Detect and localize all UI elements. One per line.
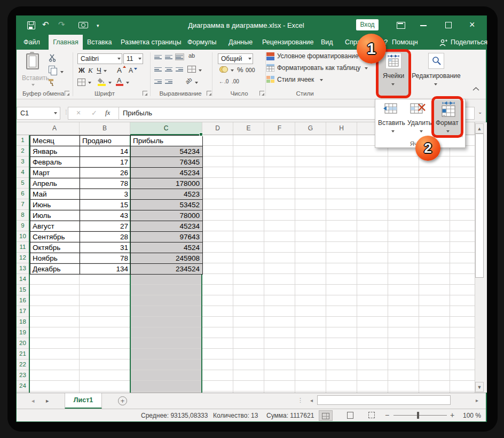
- insert-cells-icon[interactable]: [383, 103, 399, 116]
- save-icon[interactable]: [27, 21, 35, 29]
- bold-button[interactable]: Ж: [78, 66, 85, 74]
- zoom-out-icon[interactable]: −: [385, 411, 389, 419]
- tab-view[interactable]: Вид: [321, 35, 333, 50]
- cell[interactable]: Прибыль: [131, 136, 203, 146]
- number-format-dropdown-icon[interactable]: [248, 58, 251, 60]
- cell[interactable]: 97643: [131, 232, 203, 243]
- table-row[interactable]: Март2645234: [30, 168, 203, 178]
- underline-button[interactable]: Ч: [97, 66, 101, 74]
- cell[interactable]: Ноябрь: [30, 253, 80, 264]
- cut-icon[interactable]: [49, 54, 57, 62]
- row-header[interactable]: 21: [17, 349, 29, 359]
- tab-home[interactable]: Главная: [49, 35, 83, 50]
- column-header-e[interactable]: E: [233, 122, 264, 135]
- row-header[interactable]: 6: [17, 189, 29, 199]
- align-bottom-icon[interactable]: [176, 54, 184, 60]
- shrink-font-button[interactable]: А: [129, 67, 133, 74]
- cell[interactable]: 45234: [131, 168, 203, 178]
- insert-function-icon[interactable]: fx: [105, 108, 110, 117]
- table-row[interactable]: Декабрь134234524: [30, 264, 203, 275]
- cell[interactable]: 45234: [131, 221, 203, 232]
- row-header[interactable]: 23: [17, 370, 29, 381]
- view-page-layout-icon[interactable]: [343, 410, 357, 421]
- v-scrollbar-thumb[interactable]: [475, 134, 484, 278]
- tab-insert[interactable]: Вставка: [87, 35, 112, 50]
- borders-dropdown-icon[interactable]: [88, 82, 91, 84]
- number-dialog-launcher[interactable]: [259, 91, 264, 96]
- font-name-dropdown-icon[interactable]: [117, 58, 121, 60]
- scroll-down-icon[interactable]: ▼: [475, 382, 484, 392]
- decrease-decimal-icon[interactable]: .00: [232, 79, 239, 84]
- redo-icon[interactable]: ↷: [58, 20, 65, 29]
- cell[interactable]: 178000: [131, 178, 203, 189]
- prev-sheet-icon[interactable]: ◂: [32, 397, 35, 404]
- expand-formula-bar-icon[interactable]: ⌄: [478, 109, 482, 115]
- italic-button[interactable]: К: [88, 66, 93, 75]
- cell[interactable]: Март: [30, 168, 80, 178]
- scroll-right-icon[interactable]: ▸: [476, 397, 478, 403]
- row-header[interactable]: 14: [17, 274, 29, 285]
- table-row[interactable]: Июнь1553452: [30, 200, 203, 210]
- row-header[interactable]: 9: [17, 221, 29, 231]
- conditional-formatting-button[interactable]: Условное форматирование: [277, 52, 359, 60]
- cell[interactable]: 28: [80, 232, 131, 243]
- row-header[interactable]: 11: [17, 242, 29, 253]
- cell[interactable]: 134: [80, 264, 131, 275]
- percent-style-button[interactable]: %: [237, 66, 243, 74]
- table-row[interactable]: Октябрь314524: [30, 243, 203, 253]
- alignment-dialog-launcher[interactable]: [207, 91, 211, 96]
- increase-decimal-icon[interactable]: ←.0: [219, 79, 229, 84]
- sheet-tab[interactable]: Лист1: [65, 393, 102, 409]
- row-header[interactable]: 10: [17, 231, 29, 242]
- cell[interactable]: 245908: [131, 253, 203, 264]
- cell[interactable]: 26: [80, 168, 131, 178]
- cell[interactable]: Декабрь: [30, 264, 80, 275]
- enter-icon[interactable]: ✓: [91, 109, 97, 117]
- font-dialog-launcher[interactable]: [143, 91, 147, 96]
- maximize-button[interactable]: [445, 22, 452, 28]
- row-header[interactable]: 3: [17, 157, 29, 167]
- row-header[interactable]: 13: [17, 263, 29, 274]
- editing-button[interactable]: Редактирование: [410, 72, 463, 80]
- zoom-slider-track[interactable]: [393, 415, 447, 416]
- cell-styles-button[interactable]: Стили ячеек: [277, 76, 314, 83]
- paste-dropdown-icon[interactable]: [32, 84, 35, 86]
- column-header-b[interactable]: B: [80, 122, 130, 135]
- cell[interactable]: 53452: [131, 200, 203, 210]
- column-header-f[interactable]: F: [264, 122, 295, 135]
- row-header[interactable]: 5: [17, 178, 29, 189]
- row-header[interactable]: 18: [17, 317, 29, 327]
- align-right-icon[interactable]: [176, 66, 184, 72]
- row-header[interactable]: 16: [17, 295, 29, 306]
- tab-file[interactable]: Файл: [23, 35, 40, 50]
- orientation-dropdown-icon[interactable]: [195, 82, 198, 84]
- format-painter-icon[interactable]: [48, 78, 57, 87]
- delete-dropdown-icon[interactable]: [420, 130, 423, 132]
- table-row[interactable]: Апрель78178000: [30, 178, 203, 189]
- cell[interactable]: 27: [80, 221, 131, 232]
- decrease-indent-icon[interactable]: [154, 79, 162, 84]
- cell[interactable]: Июнь: [30, 200, 80, 210]
- column-header-g[interactable]: G: [295, 122, 326, 135]
- ribbon-display-icon[interactable]: [397, 22, 405, 29]
- copy-icon2[interactable]: [51, 68, 57, 75]
- cell[interactable]: 78: [80, 178, 131, 189]
- cell-styles-icon[interactable]: [266, 76, 274, 83]
- table-row[interactable]: МесяцПроданоПрибыль: [30, 136, 203, 146]
- table-row[interactable]: Июль4378000: [30, 210, 203, 221]
- cell[interactable]: 14: [80, 146, 131, 157]
- find-select-icon[interactable]: [432, 56, 441, 65]
- camera-icon[interactable]: [78, 22, 88, 28]
- cell[interactable]: Июль: [30, 210, 80, 221]
- cell[interactable]: 31: [80, 243, 131, 253]
- cell[interactable]: 17: [80, 157, 131, 168]
- row-header[interactable]: 8: [17, 210, 29, 221]
- tab-assistant[interactable]: Помощн: [392, 35, 418, 50]
- font-color-dropdown-icon[interactable]: [126, 82, 129, 84]
- conditional-formatting-icon[interactable]: [266, 52, 274, 60]
- row-header[interactable]: 20: [17, 338, 29, 349]
- column-header-h[interactable]: H: [326, 122, 357, 135]
- collapse-ribbon-icon[interactable]: [472, 87, 479, 91]
- paste-button[interactable]: Вставить: [22, 74, 45, 82]
- cell[interactable]: Май: [30, 189, 80, 200]
